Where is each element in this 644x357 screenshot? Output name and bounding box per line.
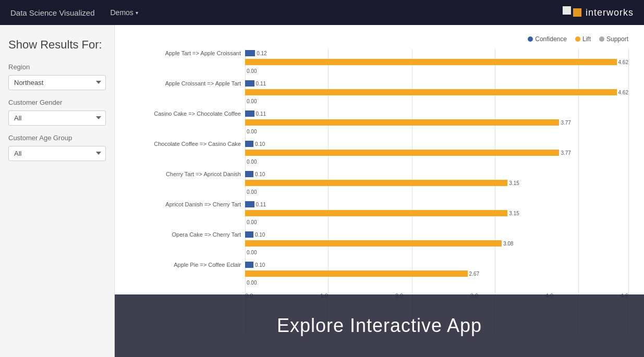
row-confidence-5: Apricot Danish => Cherry Tart 0.11 <box>125 200 628 208</box>
chart-item-6: Opera Cake => Cherry Tart 0.10 3.08 0.00 <box>125 230 628 256</box>
support-val-0: 0.00 <box>247 68 257 74</box>
row-confidence-6: Opera Cake => Cherry Tart 0.10 <box>125 230 628 239</box>
main-layout: Show Results For: Region NortheastSouthe… <box>0 25 644 357</box>
lift-bar-6: 3.08 <box>245 240 628 247</box>
age-select[interactable]: All18-2526-3536-5050+ <box>8 146 106 161</box>
lift-val-6: 3.08 <box>503 241 513 247</box>
item-label-2: Casino Cake => Chocolate Coffee <box>125 110 245 117</box>
confidence-fill-3 <box>245 141 253 147</box>
app-title: Data Science Visualized <box>10 8 94 17</box>
confidence-fill-4 <box>245 171 253 177</box>
row-lift-7: 2.67 <box>125 269 628 278</box>
region-label: Region <box>8 63 106 71</box>
confidence-fill-6 <box>245 231 253 238</box>
row-lift-1: 4.62 <box>125 88 628 96</box>
chart-wrapper: Apple Tart => Apple Croissant 0.12 4.62 … <box>125 49 628 334</box>
legend: Confidence Lift Support <box>125 35 628 43</box>
lift-bar-0: 4.62 <box>245 58 628 66</box>
confidence-val-2: 0.11 <box>256 111 266 117</box>
legend-lift: Lift <box>575 35 591 43</box>
lift-val-4: 3.15 <box>509 180 519 186</box>
support-val-1: 0.00 <box>247 99 257 104</box>
legend-support: Support <box>599 35 628 43</box>
lift-fill-6 <box>245 240 502 247</box>
support-val-5: 0.00 <box>247 219 257 225</box>
grid-line-5 <box>628 49 629 334</box>
support-bar-7: 0.00 <box>245 279 628 286</box>
confidence-fill-1 <box>245 80 254 87</box>
support-bar-3: 0.00 <box>245 158 628 165</box>
confidence-fill-0 <box>245 50 255 56</box>
support-dot <box>599 36 604 42</box>
row-support-6: 0.00 <box>125 248 628 256</box>
confidence-val-3: 0.10 <box>255 141 265 147</box>
lift-fill-4 <box>245 180 507 186</box>
confidence-val-4: 0.10 <box>255 171 265 177</box>
chart-area: Confidence Lift Support <box>115 25 644 357</box>
lift-bar-1: 4.62 <box>245 89 628 96</box>
lift-val-3: 3.77 <box>561 150 570 156</box>
chart-item-0: Apple Tart => Apple Croissant 0.12 4.62 … <box>125 49 628 75</box>
row-lift-2: 3.77 <box>125 118 628 127</box>
confidence-val-7: 0.10 <box>255 262 265 268</box>
bottom-overlay[interactable]: Explore Interactive App <box>115 294 644 357</box>
sidebar-title: Show Results For: <box>8 38 106 53</box>
row-confidence-1: Apple Croissant => Apple Tart 0.11 <box>125 79 628 88</box>
lift-fill-7 <box>245 270 468 277</box>
lift-bar-3: 3.77 <box>245 149 628 156</box>
support-bar-4: 0.00 <box>245 188 628 195</box>
row-support-1: 0.00 <box>125 97 628 105</box>
item-label-5: Apricot Danish => Cherry Tart <box>125 201 245 207</box>
gender-select[interactable]: AllMaleFemale <box>8 110 106 126</box>
confidence-bar-5: 0.11 <box>245 201 628 208</box>
lift-val-7: 2.67 <box>469 271 479 277</box>
chart-item-7: Apple Pie => Coffee Eclair 0.10 2.67 0.0… <box>125 261 628 287</box>
sidebar: Show Results For: Region NortheastSouthe… <box>0 25 115 357</box>
support-val-2: 0.00 <box>247 129 257 134</box>
confidence-fill-5 <box>245 201 254 207</box>
confidence-bar-7: 0.10 <box>245 261 628 268</box>
header: Data Science Visualized Demos ▾ interwor… <box>0 0 644 25</box>
row-confidence-4: Cherry Tart => Apricot Danish 0.10 <box>125 170 628 178</box>
legend-confidence: Confidence <box>528 35 567 43</box>
confidence-val-1: 0.11 <box>256 81 266 87</box>
demos-menu[interactable]: Demos ▾ <box>110 8 138 17</box>
gender-label: Customer Gender <box>8 99 106 106</box>
row-support-3: 0.00 <box>125 157 628 166</box>
support-bar-6: 0.00 <box>245 249 628 256</box>
row-lift-4: 3.15 <box>125 179 628 187</box>
item-label-0: Apple Tart => Apple Croissant <box>125 50 245 56</box>
lift-dot <box>575 36 580 42</box>
row-lift-0: 4.62 <box>125 58 628 66</box>
row-confidence-0: Apple Tart => Apple Croissant 0.12 <box>125 49 628 57</box>
row-support-2: 0.00 <box>125 127 628 136</box>
item-label-1: Apple Croissant => Apple Tart <box>125 80 245 87</box>
chart-item-2: Casino Cake => Chocolate Coffee 0.11 3.7… <box>125 109 628 136</box>
header-left: Data Science Visualized Demos ▾ <box>10 8 138 17</box>
lift-fill-2 <box>245 119 559 126</box>
confidence-bar-2: 0.11 <box>245 110 628 117</box>
lift-bar-4: 3.15 <box>245 179 628 187</box>
age-label: Customer Age Group <box>8 134 106 142</box>
row-confidence-7: Apple Pie => Coffee Eclair 0.10 <box>125 261 628 269</box>
confidence-bar-3: 0.10 <box>245 140 628 147</box>
support-bar-2: 0.00 <box>245 128 628 135</box>
confidence-label: Confidence <box>535 35 567 43</box>
support-bar-5: 0.00 <box>245 218 628 226</box>
lift-bar-5: 3.15 <box>245 210 628 217</box>
support-bar-1: 0.00 <box>245 97 628 105</box>
lift-val-1: 4.62 <box>618 90 628 95</box>
lift-fill-3 <box>245 150 559 156</box>
region-select[interactable]: NortheastSoutheastMidwestWest <box>8 75 106 90</box>
logo: interworks <box>563 6 634 19</box>
item-label-4: Cherry Tart => Apricot Danish <box>125 171 245 177</box>
svg-rect-0 <box>563 6 571 15</box>
support-val-6: 0.00 <box>247 250 257 255</box>
confidence-val-5: 0.11 <box>256 202 266 207</box>
row-confidence-3: Chocolate Coffee => Casino Cake 0.10 <box>125 140 628 148</box>
row-confidence-2: Casino Cake => Chocolate Coffee 0.11 <box>125 109 628 118</box>
confidence-fill-2 <box>245 110 254 117</box>
confidence-bar-1: 0.11 <box>245 80 628 87</box>
chart-item-4: Cherry Tart => Apricot Danish 0.10 3.15 … <box>125 170 628 196</box>
confidence-val-6: 0.10 <box>255 232 265 238</box>
